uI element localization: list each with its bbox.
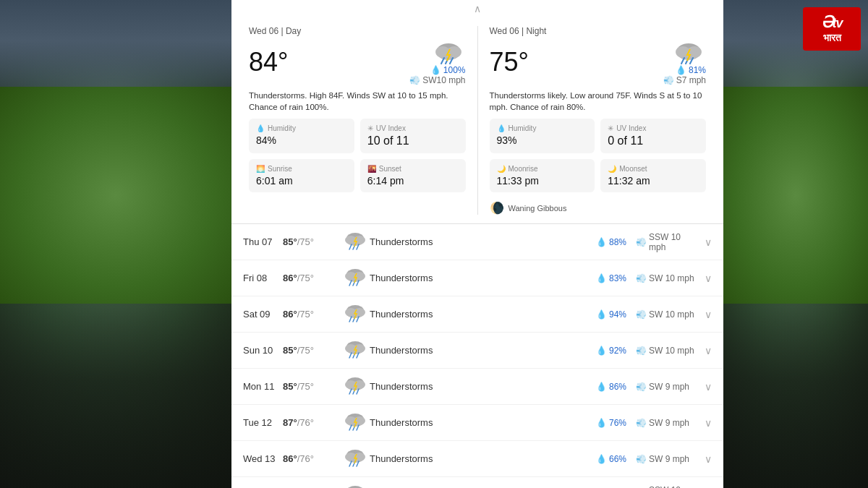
svg-line-53 [349, 425, 352, 430]
day-rain-pct: 💧 100% [430, 65, 466, 75]
night-thunder-icon [671, 39, 706, 65]
night-humidity-value: 93% [497, 134, 588, 146]
collapse-chevron[interactable]: ∧ [231, 0, 723, 17]
etv-logo: Ətv भारत [803, 7, 861, 51]
forecast-wind: 💨 SW 10 mph [636, 309, 697, 320]
background-right [723, 0, 868, 488]
wind-icon: 💨 [636, 382, 647, 392]
forecast-weather-icon [341, 483, 370, 488]
moon-phase-row: 🌘 Waning Gibbous [490, 201, 707, 215]
forecast-description: Thunderstorms [370, 453, 596, 464]
forecast-temps: 86°/75° [283, 309, 341, 320]
night-panel: Wed 06 | Night 75° 💧 [478, 26, 712, 215]
day-label: Wed 06 | Day [249, 26, 466, 36]
forecast-row[interactable]: Thu 07 85°/75° Thunderstorms 💧 [231, 224, 723, 260]
forecast-expand-chevron[interactable]: ∨ [697, 381, 712, 393]
wind-icon: 💨 [636, 454, 647, 464]
forecast-wind: 💨 SW 10 mph [636, 273, 697, 283]
forecast-rain: 💧 66% [596, 454, 636, 464]
night-label: Wed 06 | Night [490, 26, 707, 36]
tarp-right [723, 307, 868, 488]
svg-line-32 [349, 317, 352, 322]
forecast-low: 75° [299, 309, 314, 320]
wind-value: SW 9 mph [649, 382, 689, 392]
forecast-row[interactable]: Sat 09 86°/75° Thunderstorms 💧 [231, 296, 723, 333]
rain-drop-icon: 💧 [596, 418, 607, 428]
forecast-expand-chevron[interactable]: ∨ [697, 273, 712, 284]
night-humidity: 💧 Humidity 93% [490, 119, 595, 153]
forecast-wind: 💨 SSW 10 mph [636, 232, 697, 252]
forecast-low: 75° [299, 381, 314, 392]
day-description: Thunderstorms. High 84F. Winds SW at 10 … [249, 90, 466, 113]
day-uv-value: 10 of 11 [367, 134, 459, 147]
sunrise-icon: 🌅 [256, 165, 265, 173]
forecast-expand-chevron[interactable]: ∨ [697, 236, 712, 248]
forecast-wind: 💨 SW 9 mph [636, 418, 697, 428]
moonset-box: 🌙 Moonset 11:32 am [600, 159, 706, 192]
night-temperature: 75° [490, 49, 529, 75]
wind-icon: 💨 [636, 346, 647, 356]
forecast-row[interactable]: Thu 14 86°/75° Thunderstorms 💧 [231, 477, 723, 488]
night-stats: 💧 Humidity 93% ✳ UV Index 0 of 11 🌙 Mo [490, 119, 707, 215]
wind-value: SSW 10 mph [649, 485, 697, 488]
sunset-value: 6:14 pm [367, 175, 459, 187]
forecast-expand-chevron[interactable]: ∨ [697, 309, 712, 320]
forecast-rain: 💧 76% [596, 418, 636, 428]
forecast-wind: 💨 SW 9 mph [636, 454, 697, 464]
forecast-weather-icon [341, 411, 370, 435]
forecast-rain: 💧 86% [596, 382, 636, 392]
forecast-temps: 87°/76° [283, 417, 341, 428]
day-wind: 💨 SW10 mph [409, 75, 465, 85]
thunder-cloud-icon [342, 483, 368, 488]
sunrise-box: 🌅 Sunrise 6:01 am [249, 159, 354, 192]
thunder-cloud-icon [342, 411, 368, 431]
uv-icon: ✳ [367, 124, 373, 132]
rain-drop-icon: 💧 [596, 309, 607, 320]
wind-value: SW 10 mph [649, 309, 694, 320]
forecast-expand-chevron[interactable]: ∨ [697, 417, 712, 429]
forecast-weather-icon [341, 302, 370, 326]
rain-pct-value: 86% [609, 382, 626, 392]
tarp-left [0, 307, 231, 488]
forecast-high: 86° [283, 309, 297, 320]
forecast-description: Thunderstorms [370, 236, 596, 247]
day-humidity: 💧 Humidity 84% [249, 119, 354, 153]
weather-panel[interactable]: ∧ Wed 06 | Day 84° [231, 0, 723, 488]
night-description: Thunderstorms likely. Low around 75F. Wi… [490, 90, 707, 113]
forecast-high: 86° [283, 453, 297, 464]
wind-icon: 💨 [636, 273, 647, 283]
forecast-high: 85° [283, 381, 297, 392]
background-left [0, 0, 231, 488]
moonset-value: 11:32 am [608, 175, 699, 187]
night-uv: ✳ UV Index 0 of 11 [600, 119, 706, 153]
forecast-expand-chevron[interactable]: ∨ [697, 345, 712, 356]
svg-line-39 [349, 353, 352, 358]
night-humidity-icon: 💧 [497, 124, 506, 132]
night-uv-value: 0 of 11 [608, 134, 699, 147]
wind-icon: 💨 [636, 237, 647, 247]
today-detail: Wed 06 | Day 84° [231, 17, 723, 224]
night-uv-icon: ✳ [608, 124, 613, 132]
forecast-day-label: Mon 11 [243, 381, 283, 392]
forecast-row[interactable]: Tue 12 87°/76° Thunderstorms 💧 [231, 405, 723, 441]
wind-value: SW 9 mph [649, 418, 689, 428]
forecast-row[interactable]: Wed 13 86°/76° Thunderstorms 💧 [231, 441, 723, 477]
forecast-rain: 💧 88% [596, 237, 636, 247]
forecast-row[interactable]: Sun 10 85°/75° Thunderstorms 💧 [231, 333, 723, 369]
wind-value: SW 10 mph [649, 273, 694, 283]
field [0, 87, 231, 304]
etv-subtitle: भारत [823, 32, 841, 44]
night-wind: 💨 S7 mph [663, 75, 706, 85]
rain-drop-icon: 💧 [596, 273, 607, 283]
rain-pct-value: 94% [609, 309, 626, 320]
forecast-day-label: Wed 13 [243, 453, 283, 464]
forecast-row[interactable]: Fri 08 86°/75° Thunderstorms 💧 [231, 260, 723, 296]
forecast-expand-chevron[interactable]: ∨ [697, 453, 712, 465]
rain-drop-icon: 💧 [596, 382, 607, 392]
rain-pct-value: 76% [609, 418, 626, 428]
field-right [723, 87, 868, 304]
svg-line-46 [349, 389, 352, 394]
forecast-row[interactable]: Mon 11 85°/75° Thunderstorms 💧 [231, 369, 723, 405]
day-stats: 💧 Humidity 84% ✳ UV Index 10 of 11 🌅 S [249, 119, 466, 192]
sunset-icon: 🌇 [367, 165, 376, 173]
